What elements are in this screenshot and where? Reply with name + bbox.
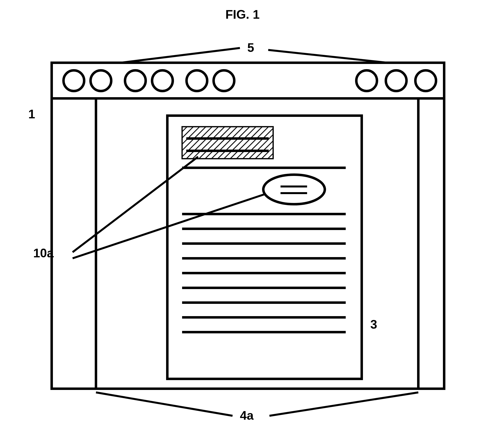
toolbar-button-icon bbox=[152, 70, 173, 91]
overlay-block bbox=[182, 127, 273, 159]
callout-leader bbox=[96, 392, 233, 416]
diagram-svg bbox=[0, 0, 485, 448]
callout-label-4a: 4a bbox=[240, 408, 254, 423]
callout-label-10a: 10a bbox=[33, 246, 54, 260]
toolbar-button-icon bbox=[125, 70, 146, 91]
toolbar-button-icon bbox=[91, 70, 111, 91]
callout-label-3: 3 bbox=[370, 317, 377, 332]
callout-leader bbox=[268, 50, 388, 63]
toolbar-button-icon bbox=[356, 70, 377, 91]
window-frame bbox=[52, 63, 444, 389]
callout-label-1: 1 bbox=[28, 107, 35, 121]
overlay-ellipse bbox=[263, 175, 325, 204]
callout-leader bbox=[121, 48, 240, 63]
toolbar-button-icon bbox=[187, 70, 207, 91]
toolbar-button-icon bbox=[386, 70, 407, 91]
callout-label-5: 5 bbox=[247, 41, 254, 55]
toolbar-button-icon bbox=[415, 70, 436, 91]
callout-leader bbox=[269, 392, 418, 416]
toolbar-button-icon bbox=[214, 70, 234, 91]
callout-leader bbox=[73, 194, 266, 258]
toolbar-button-icon bbox=[63, 70, 84, 91]
